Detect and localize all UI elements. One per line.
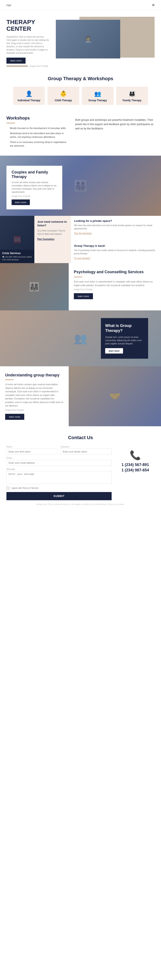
hero-accent-bar bbox=[6, 65, 28, 67]
couples-learn-more-button[interactable]: learn more bbox=[12, 199, 30, 205]
individual-therapy-icon: 👤 bbox=[25, 91, 32, 97]
therapy-types-section: Group Therapy & Workshops 👤 Individual T… bbox=[0, 67, 161, 109]
understanding-credit: Image from Freepik bbox=[5, 409, 63, 411]
psychology-accent bbox=[74, 277, 82, 277]
group-therapy-desc: Sample text. Lorem ipsum sit amet, conse… bbox=[105, 335, 144, 345]
workshops-right-text: Both groups and workshops are powerful t… bbox=[75, 118, 155, 131]
hero-image: 👩‍💼 bbox=[56, 20, 120, 59]
psychology-text: Psychology and Counselling Services Duis… bbox=[69, 263, 161, 310]
couples-description: Ut enim ad minim veniam quis nostrud exe… bbox=[12, 181, 57, 194]
workshops-section: Workshops Mostly focused on the developm… bbox=[0, 109, 161, 156]
couples-section: 👨‍👩‍👧‍👦 Couples and Family Therapy Ut en… bbox=[0, 156, 161, 216]
workshops-left: Workshops Mostly focused on the developm… bbox=[6, 116, 71, 150]
hero-credit-row: Image from Freepik bbox=[0, 64, 161, 67]
hero-learn-more-button[interactable]: learn more bbox=[6, 57, 25, 64]
contact-email-label: Email bbox=[6, 457, 112, 459]
contact-phone-1: 1 (234) 567-891 bbox=[122, 463, 149, 467]
couples-text-box: Couples and Family Therapy Ut enim ad mi… bbox=[6, 166, 62, 209]
crisis-box: 🆘 Crisis Services ☎ 123-456-7890 and pre… bbox=[0, 216, 34, 263]
nav-logo: logo bbox=[6, 4, 11, 7]
workshop-item-3: There is no necessary screening (drop-in… bbox=[6, 140, 66, 148]
child-therapy-label: Child Therapy bbox=[55, 99, 72, 102]
workshop-item-1: Mostly focused on the development of eve… bbox=[6, 126, 66, 130]
nav-menu-icon[interactable]: ≡ bbox=[152, 3, 155, 8]
family-therapy-label: Family Therapy bbox=[123, 99, 142, 102]
psychology-desc: Duis aute irure dolor in reprehenderit i… bbox=[74, 280, 156, 287]
contact-section: Contact Us Name Surname Email Message bbox=[0, 426, 161, 510]
psychology-learn-more-button[interactable]: learn more bbox=[74, 293, 93, 299]
group-therapy-learn-more-button[interactable]: learn more bbox=[105, 348, 123, 353]
contact-layout: Name Surname Email Message I agree with … bbox=[6, 445, 155, 500]
couples-title: Couples and Family Therapy bbox=[12, 170, 57, 179]
group-back-area: Group Therapy is back! The Counseling Ce… bbox=[74, 244, 158, 260]
crisis-phone: ☎ 123-456-7890 and press option 3 for cr… bbox=[2, 256, 32, 261]
private-space-desc: We have tips and instructions on how to … bbox=[74, 224, 158, 230]
contact-submit-button[interactable]: SUBMIT bbox=[6, 492, 112, 500]
contact-surname-field-wrap: Surname bbox=[60, 445, 112, 455]
contact-title: Contact Us bbox=[6, 435, 155, 441]
contact-email-input[interactable] bbox=[6, 460, 112, 466]
therapy-cards-container: 👤 Individual Therapy 👶 Child Therapy 👥 G… bbox=[6, 87, 155, 105]
private-space-link[interactable]: Tips for Zooming bbox=[74, 232, 92, 234]
contact-terms-checkbox[interactable] bbox=[6, 487, 9, 490]
individual-therapy-label: Individual Therapy bbox=[17, 99, 40, 102]
hero-image-area: 👩‍💼 bbox=[54, 17, 155, 60]
contact-phone-icon: 📞 bbox=[129, 450, 141, 460]
contact-bottom-note: Sample text: Click to select the text bo… bbox=[6, 503, 155, 505]
contact-message-field-wrap: Message bbox=[6, 468, 112, 485]
contact-checkbox-row: I agree with Terms of Service bbox=[6, 487, 112, 490]
contact-name-field-wrap: Name bbox=[6, 445, 58, 455]
contact-surname-label: Surname bbox=[60, 445, 112, 448]
peer-link[interactable]: Peer Counselors bbox=[37, 238, 54, 240]
contact-email-field-wrap: Email bbox=[6, 457, 112, 466]
psychology-credit: Image from Freepik bbox=[74, 288, 156, 291]
psychology-image: 👨‍👩‍👧 bbox=[0, 263, 69, 310]
workshop-item-2: Workshops tend to be intermittent and ta… bbox=[6, 132, 66, 138]
crisis-overlay: Crisis Services ☎ 123-456-7890 and press… bbox=[0, 250, 34, 263]
understanding-section: Understanding group therapy Ut enim ad m… bbox=[0, 366, 161, 426]
contact-form: Name Surname Email Message I agree with … bbox=[6, 445, 112, 500]
private-space-title: Looking for a private space? bbox=[74, 219, 158, 223]
understanding-image: 🤝 bbox=[69, 366, 161, 426]
navigation: logo ≡ bbox=[0, 0, 161, 10]
therapy-card-child[interactable]: 👶 Child Therapy bbox=[47, 87, 79, 105]
contact-surname-input[interactable] bbox=[60, 449, 112, 455]
group-therapy-icon: 👥 bbox=[94, 91, 101, 97]
hero-description: SampleText: Click to select the text box… bbox=[6, 35, 49, 55]
child-therapy-icon: 👶 bbox=[60, 91, 67, 97]
group-therapy-box: What is Group Therapy? Sample text. Lore… bbox=[101, 318, 148, 359]
therapy-card-individual[interactable]: 👤 Individual Therapy bbox=[13, 87, 45, 105]
contact-right: 📞 1 (234) 567-891 1 (234) 987-654 bbox=[116, 445, 155, 500]
understanding-learn-more-button[interactable]: learn more bbox=[5, 414, 24, 420]
therapy-card-family[interactable]: 👨‍👩‍👧 Family Therapy bbox=[116, 87, 148, 105]
hero-title: THERAPY CENTER bbox=[6, 19, 49, 32]
contact-message-input[interactable] bbox=[6, 471, 112, 484]
therapy-card-group[interactable]: 👥 Group Therapy bbox=[82, 87, 114, 105]
group-therapy-section: 👥 What is Group Therapy? Sample text. Lo… bbox=[0, 310, 161, 366]
understanding-accent bbox=[5, 379, 14, 380]
group-back-link[interactable]: Try our Groups! bbox=[74, 257, 90, 259]
psychology-section: 👨‍👩‍👧 Psychology and Counselling Service… bbox=[0, 263, 161, 310]
psychology-title: Psychology and Counselling Services bbox=[74, 270, 156, 275]
peer-title: Just need someone to listen? bbox=[37, 220, 68, 228]
three-boxes-section: 🆘 Crisis Services ☎ 123-456-7890 and pre… bbox=[0, 216, 161, 263]
family-therapy-icon: 👨‍👩‍👧 bbox=[129, 91, 136, 97]
crisis-title: Crisis Services bbox=[2, 252, 32, 255]
understanding-text: Understanding group therapy Ut enim ad m… bbox=[0, 366, 69, 426]
group-back-title: Group Therapy is back! bbox=[74, 244, 158, 247]
workshops-list: Mostly focused on the development of eve… bbox=[6, 126, 66, 148]
group-back-desc: The Counseling Center has a wide variety… bbox=[74, 249, 158, 255]
contact-name-label: Name bbox=[6, 445, 58, 448]
contact-name-input[interactable] bbox=[6, 449, 58, 455]
contact-message-label: Message bbox=[6, 468, 112, 470]
hero-section: THERAPY CENTER SampleText: Click to sele… bbox=[0, 10, 161, 64]
right-column-box: Looking for a private space? We have tip… bbox=[71, 216, 161, 263]
hero-credit-text: Image from Freepik bbox=[30, 65, 48, 67]
group-therapy-title: What is Group Therapy? bbox=[105, 323, 144, 333]
workshops-right: Both groups and workshops are powerful t… bbox=[75, 116, 155, 150]
understanding-title: Understanding group therapy bbox=[5, 373, 63, 378]
group-therapy-label: Group Therapy bbox=[88, 99, 107, 102]
understanding-desc: Ut enim ad minim veniam quis nostrud exe… bbox=[5, 383, 63, 407]
workshops-title: Workshops bbox=[6, 116, 66, 121]
hero-text: THERAPY CENTER SampleText: Click to sele… bbox=[6, 17, 54, 64]
